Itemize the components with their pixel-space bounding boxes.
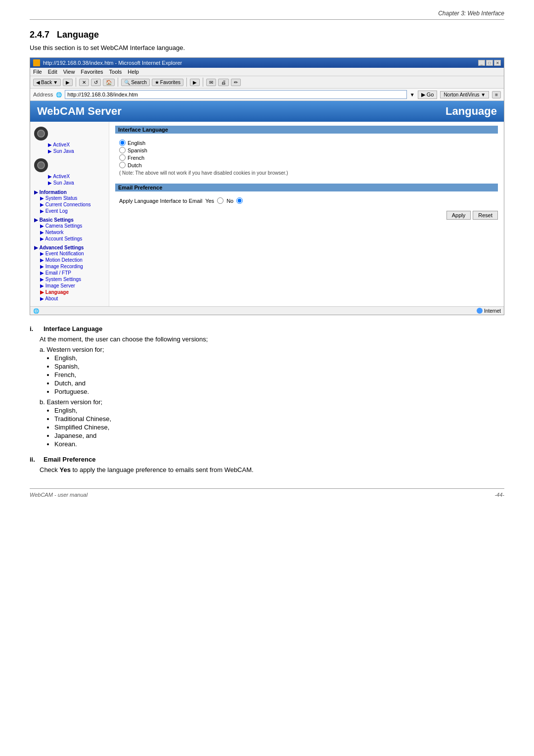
sidebar-item-about[interactable]: ▶ About xyxy=(34,295,105,302)
list-item: Portuguese. xyxy=(54,388,504,395)
camera1-icon xyxy=(34,127,48,141)
sidebar-item-activex2[interactable]: ▶ ActiveX xyxy=(48,173,109,180)
doc-i-eastern-list: English, Traditional Chinese, Simplified… xyxy=(54,407,504,448)
radio-no-input[interactable] xyxy=(236,197,243,204)
menu-view[interactable]: View xyxy=(63,69,75,75)
home-button[interactable]: 🏠 xyxy=(103,79,115,86)
sidebar-advanced-settings-title[interactable]: ▶ Advanced Settings xyxy=(34,245,105,250)
back-dropdown-icon: ▼ xyxy=(53,80,58,85)
sidebar-item-system-settings[interactable]: ▶ System Settings xyxy=(34,276,105,283)
doc-i-title: i. xyxy=(30,325,40,332)
media-button[interactable]: ▶ xyxy=(190,79,200,86)
norton-dropdown-icon: ▼ xyxy=(481,92,486,97)
print-button[interactable]: 🖨 xyxy=(218,79,229,86)
list-item: English, xyxy=(54,407,504,414)
separator-1 xyxy=(76,78,76,87)
sidebar-item-current-connections[interactable]: ▶ Current Connections xyxy=(34,201,105,208)
sidebar: ▶ ActiveX ▶ Sun Java ▶ ActiveX ▶ Sun Jav… xyxy=(30,122,109,306)
sidebar-item-sunjava2[interactable]: ▶ Sun Java xyxy=(48,180,109,186)
sidebar-item-account-settings[interactable]: ▶ Account Settings xyxy=(34,236,105,242)
norton-button[interactable]: Norton AntiVirus ▼ xyxy=(440,91,489,98)
sidebar-item-image-recording[interactable]: ▶ Image Recording xyxy=(34,263,105,270)
email-pref-options: Apply Language Interface to Email Yes No xyxy=(115,194,498,207)
links-button[interactable]: ≡ xyxy=(492,91,501,98)
browser-titlebar: http://192.168.0.38/index.htm - Microsof… xyxy=(30,58,504,68)
sidebar-information-title[interactable]: ▶ Information xyxy=(34,189,105,195)
camera2-links: ▶ ActiveX ▶ Sun Java xyxy=(30,173,109,188)
sidebar-item-image-server[interactable]: ▶ Image Server xyxy=(34,283,105,289)
sidebar-item-event-log[interactable]: ▶ Event Log xyxy=(34,208,105,214)
mail-icon: ✉ xyxy=(209,80,213,85)
forward-button[interactable]: ▶ xyxy=(63,79,73,86)
doc-ii-label: Email Preference xyxy=(44,456,96,463)
go-label: Go xyxy=(427,92,434,97)
star-icon: ★ xyxy=(155,80,159,85)
sidebar-information: ▶ Information ▶ System Status ▶ Current … xyxy=(30,188,109,216)
browser-menubar: File Edit View Favorites Tools Help xyxy=(30,68,504,76)
internet-icon xyxy=(477,308,483,314)
radio-french-input[interactable] xyxy=(119,154,126,161)
ie-icon xyxy=(33,59,40,66)
sidebar-item-camera-settings[interactable]: ▶ Camera Settings xyxy=(34,223,105,229)
radio-english-input[interactable] xyxy=(119,140,126,146)
footer-left: WebCAM - user manual xyxy=(30,492,88,498)
maximize-button[interactable]: □ xyxy=(486,60,493,66)
menu-edit[interactable]: Edit xyxy=(48,69,57,75)
sidebar-advanced-settings: ▶ Advanced Settings ▶ Event Notification… xyxy=(30,243,109,303)
list-item: Korean. xyxy=(54,440,504,448)
radio-spanish-input[interactable] xyxy=(119,147,126,153)
footer-right: -44- xyxy=(494,492,504,498)
address-input[interactable] xyxy=(65,90,406,99)
page-footer: WebCAM - user manual -44- xyxy=(30,488,504,498)
radio-english: English xyxy=(119,140,494,146)
browser-statusbar: 🌐 Internet xyxy=(30,306,504,315)
list-item: English, xyxy=(54,354,504,362)
sidebar-item-email-ftp[interactable]: ▶ Email / FTP xyxy=(34,270,105,276)
minimize-button[interactable]: _ xyxy=(478,60,485,66)
radio-english-label: English xyxy=(128,140,145,146)
sidebar-item-language[interactable]: ▶ Language xyxy=(34,289,105,295)
sidebar-basic-settings-title[interactable]: ▶ Basic Settings xyxy=(34,217,105,223)
sidebar-item-system-status[interactable]: ▶ System Status xyxy=(34,195,105,201)
sidebar-item-motion-detection[interactable]: ▶ Motion Detection xyxy=(34,257,105,263)
apply-button[interactable]: Apply xyxy=(446,211,471,220)
menu-tools[interactable]: Tools xyxy=(109,69,122,75)
radio-dutch-input[interactable] xyxy=(119,162,126,168)
sidebar-basic-settings: ▶ Basic Settings ▶ Camera Settings ▶ Net… xyxy=(30,216,109,243)
webcam-server-title: WebCAM Server xyxy=(37,105,122,118)
titlebar-text: http://192.168.0.38/index.htm - Microsof… xyxy=(43,60,182,66)
close-button[interactable]: ✕ xyxy=(494,60,501,66)
menu-help[interactable]: Help xyxy=(128,69,139,75)
email-pref-label: Apply Language Interface to Email xyxy=(119,198,202,204)
favorites-button[interactable]: ★ Favorites xyxy=(152,79,183,86)
menu-favorites[interactable]: Favorites xyxy=(81,69,103,75)
window-controls[interactable]: _ □ ✕ xyxy=(478,60,501,66)
camera2-icon xyxy=(34,158,48,172)
browser-toolbar: ◀ Back ▼ ▶ ✕ ↺ 🏠 🔍 Search ★ Favorites ▶ xyxy=(30,76,504,89)
refresh-button[interactable]: ↺ xyxy=(91,79,101,86)
home-icon: 🏠 xyxy=(106,80,112,85)
norton-label: Norton AntiVirus xyxy=(444,92,479,97)
sidebar-item-activex1[interactable]: ▶ ActiveX xyxy=(48,142,109,148)
chapter-title: Chapter 3: Web Interface xyxy=(438,10,504,17)
menu-file[interactable]: File xyxy=(33,69,42,75)
separator-4 xyxy=(203,78,203,87)
refresh-icon: ↺ xyxy=(94,80,98,85)
status-internet: Internet xyxy=(477,308,501,314)
search-button[interactable]: 🔍 Search xyxy=(121,79,150,86)
mail-button[interactable]: ✉ xyxy=(206,79,216,86)
go-button[interactable]: ▶ Go xyxy=(418,91,438,99)
sidebar-item-event-notification[interactable]: ▶ Event Notification xyxy=(34,250,105,257)
edit-button[interactable]: ✏ xyxy=(231,79,241,86)
stop-button[interactable]: ✕ xyxy=(79,79,89,86)
back-button[interactable]: ◀ Back ▼ xyxy=(33,79,61,86)
sidebar-item-sunjava1[interactable]: ▶ Sun Java xyxy=(48,148,109,154)
print-icon: 🖨 xyxy=(221,80,226,85)
section-number: 2.4.7 xyxy=(30,30,49,40)
sidebar-item-network[interactable]: ▶ Network xyxy=(34,229,105,236)
radio-yes-input[interactable] xyxy=(217,197,223,204)
reset-button[interactable]: Reset xyxy=(473,211,498,220)
radio-french-label: French xyxy=(128,155,144,161)
status-left: 🌐 xyxy=(33,308,39,314)
doc-ii-bold: Yes xyxy=(59,466,70,473)
